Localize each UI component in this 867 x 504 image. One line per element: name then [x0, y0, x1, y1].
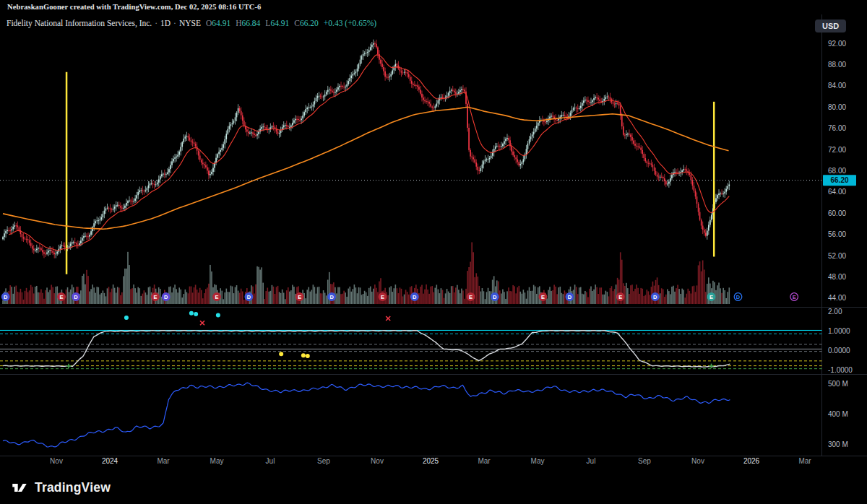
event-earnings-icon[interactable]: E — [379, 293, 387, 301]
time-axis: Nov2024MarMayJulSepNov2025MarMayJulSepNo… — [50, 457, 811, 465]
svg-text:E: E — [153, 294, 157, 300]
svg-text:Sep: Sep — [638, 457, 651, 465]
candles — [2, 40, 730, 258]
svg-text:2026: 2026 — [743, 457, 760, 465]
open-value: 64.91 — [212, 19, 230, 27]
svg-text:80.00: 80.00 — [828, 103, 846, 111]
lower-pane: 500 M400 M300 M — [3, 380, 848, 448]
close-label: C — [294, 19, 300, 27]
svg-text:52.00: 52.00 — [828, 252, 846, 260]
close-value: 66.20 — [300, 19, 319, 27]
event-earnings-icon[interactable]: E — [790, 293, 798, 301]
event-dividend-icon[interactable]: D — [411, 293, 419, 301]
event-dividend-icon[interactable]: D — [72, 293, 80, 301]
svg-text:D: D — [74, 294, 78, 300]
svg-text:64.00: 64.00 — [828, 188, 846, 196]
svg-text:2024: 2024 — [102, 457, 118, 465]
svg-text:E: E — [541, 294, 545, 300]
tradingview-logo-icon[interactable] — [10, 478, 29, 497]
svg-text:May: May — [210, 457, 224, 465]
svg-text:84.00: 84.00 — [828, 82, 846, 90]
tradingview-wordmark[interactable]: TradingView — [35, 480, 111, 495]
event-dividend-icon[interactable]: D — [566, 293, 574, 301]
svg-text:E: E — [709, 294, 713, 300]
svg-text:88.00: 88.00 — [828, 61, 846, 69]
ma-fast-line — [9, 55, 729, 251]
svg-text:1.0000: 1.0000 — [828, 327, 850, 335]
pane-separators — [0, 14, 867, 456]
svg-text:Jul: Jul — [266, 457, 275, 465]
svg-text:Sep: Sep — [317, 457, 330, 465]
svg-text:E: E — [298, 294, 301, 300]
svg-text:E: E — [618, 294, 622, 300]
svg-text:66.20: 66.20 — [830, 176, 848, 184]
svg-text:Nov: Nov — [50, 457, 63, 465]
svg-text:92.00: 92.00 — [828, 40, 846, 48]
svg-text:68.00: 68.00 — [828, 167, 846, 175]
svg-text:0.0000: 0.0000 — [828, 347, 850, 355]
svg-text:2.00: 2.00 — [828, 308, 842, 316]
svg-text:E: E — [215, 294, 218, 300]
svg-text:44.00: 44.00 — [828, 294, 846, 302]
event-dividend-icon[interactable]: D — [245, 293, 253, 301]
svg-text:D: D — [568, 294, 572, 300]
high-value: 66.84 — [241, 19, 260, 27]
svg-text:2025: 2025 — [423, 457, 439, 465]
svg-text:400 M: 400 M — [828, 410, 848, 418]
svg-text:D: D — [736, 294, 741, 300]
svg-text:-1.0000: -1.0000 — [828, 366, 853, 374]
low-value: 64.91 — [270, 19, 289, 27]
svg-text:Jul: Jul — [587, 457, 596, 465]
svg-text:76.00: 76.00 — [828, 124, 846, 132]
event-earnings-icon[interactable]: E — [616, 293, 624, 301]
svg-text:60.00: 60.00 — [828, 209, 846, 217]
exchange-label: NYSE — [179, 19, 201, 27]
interval-label[interactable]: 1D — [160, 19, 171, 27]
oscillator-markers — [66, 311, 714, 368]
svg-text:D: D — [413, 294, 417, 300]
header-separator: · — [173, 19, 176, 27]
change-value: +0.43 (+0.65%) — [324, 19, 376, 27]
svg-text:E: E — [469, 294, 473, 300]
svg-text:E: E — [60, 294, 64, 300]
event-dividend-icon[interactable]: D — [162, 293, 170, 301]
header-separator: · — [155, 19, 158, 27]
tradingview-footer: TradingView — [0, 471, 867, 504]
svg-text:E: E — [793, 294, 796, 300]
svg-text:Nov: Nov — [691, 457, 704, 465]
svg-text:Mar: Mar — [157, 457, 170, 465]
svg-text:72.00: 72.00 — [828, 146, 846, 154]
svg-text:D: D — [653, 294, 657, 300]
event-earnings-icon[interactable]: E — [707, 293, 715, 301]
attribution-bar: NebraskanGooner created with TradingView… — [7, 3, 261, 11]
svg-text:D: D — [164, 294, 168, 300]
event-earnings-icon[interactable]: E — [213, 293, 221, 301]
event-earnings-icon[interactable]: E — [296, 293, 303, 301]
event-dividend-icon[interactable]: D — [652, 293, 660, 301]
event-dividend-icon[interactable]: D — [491, 293, 499, 301]
symbol-title[interactable]: Fidelity National Information Services, … — [7, 19, 152, 27]
svg-text:Mar: Mar — [798, 457, 811, 465]
event-earnings-icon[interactable]: E — [152, 293, 160, 301]
currency-toggle-button[interactable]: USD — [815, 19, 846, 32]
svg-text:May: May — [531, 457, 545, 465]
chart-canvas[interactable]: 92.0088.0084.0080.0076.0072.0068.0064.00… — [0, 0, 867, 504]
event-earnings-icon[interactable]: E — [539, 293, 547, 301]
svg-text:D: D — [493, 294, 497, 300]
svg-text:56.00: 56.00 — [828, 230, 846, 238]
highlight-vertical-lines — [66, 72, 714, 274]
event-dividend-icon[interactable]: D — [1, 293, 9, 301]
svg-text:500 M: 500 M — [828, 380, 848, 388]
price-axis: 92.0088.0084.0080.0076.0072.0068.0064.00… — [0, 40, 846, 303]
svg-text:48.00: 48.00 — [828, 273, 846, 281]
symbol-header: Fidelity National Information Services, … — [7, 19, 376, 27]
svg-text:D: D — [329, 294, 334, 300]
event-dividend-icon[interactable]: D — [734, 293, 742, 301]
svg-text:D: D — [4, 294, 8, 300]
event-earnings-icon[interactable]: E — [467, 293, 475, 301]
tradingview-chart-screen: 92.0088.0084.0080.0076.0072.0068.0064.00… — [0, 0, 867, 504]
event-dividend-icon[interactable]: D — [328, 293, 336, 301]
svg-text:E: E — [381, 294, 384, 300]
svg-text:D: D — [247, 294, 251, 300]
event-earnings-icon[interactable]: E — [58, 293, 66, 301]
